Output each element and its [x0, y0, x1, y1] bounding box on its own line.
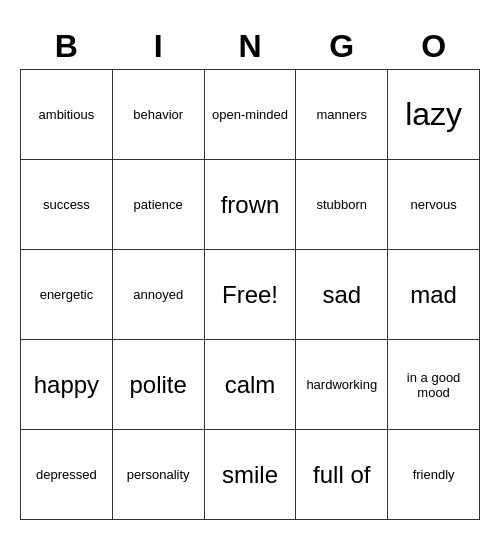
table-cell: manners: [296, 70, 388, 160]
table-cell: calm: [204, 340, 296, 430]
header-row: BINGO: [21, 24, 480, 70]
table-cell: stubborn: [296, 160, 388, 250]
table-cell: nervous: [388, 160, 480, 250]
table-cell: sad: [296, 250, 388, 340]
header-cell: B: [21, 24, 113, 70]
header-cell: O: [388, 24, 480, 70]
table-cell: hardworking: [296, 340, 388, 430]
table-cell: success: [21, 160, 113, 250]
table-row: ambitiousbehavioropen-mindedmannerslazy: [21, 70, 480, 160]
table-row: energeticannoyedFree!sadmad: [21, 250, 480, 340]
header-cell: N: [204, 24, 296, 70]
table-cell: behavior: [112, 70, 204, 160]
table-cell: personality: [112, 430, 204, 520]
table-row: successpatiencefrownstubbornnervous: [21, 160, 480, 250]
table-cell: frown: [204, 160, 296, 250]
bingo-table: BINGO ambitiousbehavioropen-mindedmanner…: [20, 24, 480, 520]
table-cell: energetic: [21, 250, 113, 340]
header-cell: G: [296, 24, 388, 70]
bingo-card: BINGO ambitiousbehavioropen-mindedmanner…: [20, 24, 480, 520]
header-cell: I: [112, 24, 204, 70]
table-cell: lazy: [388, 70, 480, 160]
table-cell: full of: [296, 430, 388, 520]
table-row: happypolitecalmhardworkingin a good mood: [21, 340, 480, 430]
table-cell: friendly: [388, 430, 480, 520]
table-cell: patience: [112, 160, 204, 250]
table-cell: ambitious: [21, 70, 113, 160]
table-cell: open-minded: [204, 70, 296, 160]
table-cell: annoyed: [112, 250, 204, 340]
table-cell: happy: [21, 340, 113, 430]
table-cell: smile: [204, 430, 296, 520]
table-cell: mad: [388, 250, 480, 340]
table-cell: polite: [112, 340, 204, 430]
table-cell: depressed: [21, 430, 113, 520]
table-cell: in a good mood: [388, 340, 480, 430]
table-row: depressedpersonalitysmilefull offriendly: [21, 430, 480, 520]
table-cell: Free!: [204, 250, 296, 340]
